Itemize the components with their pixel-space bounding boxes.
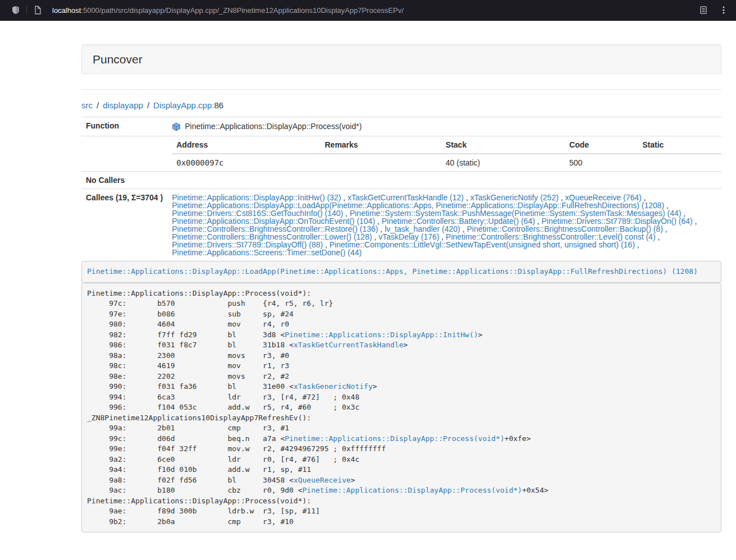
callees-list: Pinetime::Applications::DisplayApp::Init… (167, 189, 721, 261)
reader-glyph (699, 6, 708, 15)
more-options-icon[interactable] (716, 2, 732, 18)
disassembly-code: Pinetime::Applications::DisplayApp::Proc… (81, 283, 721, 533)
asm-symbol-link[interactable]: xTaskGetCurrentTaskHandle (294, 341, 404, 349)
address-value: 0x0000097c (172, 154, 320, 171)
col-header-remarks: Remarks (320, 136, 441, 154)
function-row-label: Function (81, 117, 167, 136)
col-header-code: Code (565, 136, 638, 154)
breadcrumb: src/displayapp/DisplayApp.cpp:86 (81, 100, 721, 111)
no-callers-label: No Callers (81, 172, 167, 189)
callee-link[interactable]: Pinetime::Applications::Screens::Timer::… (172, 248, 362, 257)
breadcrumb-separator: / (97, 100, 99, 110)
callee-link[interactable]: Pinetime::Components::LittleVgl::SetNewT… (330, 240, 635, 249)
no-callers-row: No Callers (81, 172, 721, 189)
callees-row: Callees (19, Σ=3704 ) Pinetime::Applicat… (81, 189, 721, 261)
highlighted-symbol-link[interactable]: Pinetime::Applications::DisplayApp::Load… (87, 267, 698, 276)
vertical-dots-glyph (719, 6, 728, 15)
asm-symbol-link[interactable]: xQueueReceive (294, 476, 351, 484)
app-header-panel: Puncover (81, 44, 721, 74)
breadcrumb-link[interactable]: displayapp (103, 100, 143, 110)
asm-symbol-link[interactable]: Pinetime::Applications::DisplayApp::Proc… (303, 486, 522, 494)
page-container: Puncover src/displayapp/DisplayApp.cpp:8… (81, 44, 721, 533)
breadcrumb-link[interactable]: src (81, 100, 93, 110)
callees-label: Callees (19, Σ=3704 ) (81, 189, 167, 261)
address-table-value-row: 0x0000097c 40 (static) 500 (172, 154, 721, 171)
toolbar-separator (26, 6, 27, 15)
address-table-cell: Address Remarks Stack Code Static 0x0000… (167, 136, 721, 172)
divider (81, 89, 721, 90)
breadcrumb-line-number: 86 (214, 100, 223, 110)
breadcrumb-separator: / (147, 100, 149, 110)
method-cube-icon (172, 122, 181, 131)
remarks-value (320, 154, 441, 171)
url-bar[interactable]: localhost:5000/path/src/displayapp/Displ… (52, 6, 696, 15)
page-glyph (33, 6, 42, 15)
stack-value: 40 (static) (441, 154, 565, 171)
asm-symbol-link[interactable]: xTaskGenericNotify (294, 382, 373, 391)
no-callers-empty-cell (167, 172, 721, 189)
app-title: Puncover (93, 52, 710, 66)
breadcrumb-link[interactable]: DisplayApp.cpp: (153, 100, 214, 110)
function-name: Pinetime::Applications::DisplayApp::Proc… (185, 122, 362, 131)
asm-symbol-link[interactable]: Pinetime::Applications::DisplayApp::Init… (285, 331, 478, 339)
col-header-stack: Stack (441, 136, 565, 154)
col-header-static: Static (638, 136, 721, 154)
address-table: Address Remarks Stack Code Static 0x0000… (172, 136, 721, 171)
url-host: localhost (52, 6, 81, 15)
function-table: Function Pinetime::Applications::Display… (81, 117, 721, 261)
static-value (638, 154, 721, 171)
address-table-row: Address Remarks Stack Code Static 0x0000… (81, 136, 721, 172)
function-name-cell: Pinetime::Applications::DisplayApp::Proc… (167, 117, 721, 136)
function-row: Function Pinetime::Applications::Display… (81, 117, 721, 136)
reader-view-icon[interactable] (696, 2, 711, 18)
page-info-icon[interactable] (30, 2, 45, 18)
highlighted-symbol-panel: Pinetime::Applications::DisplayApp::Load… (81, 261, 721, 283)
col-header-address: Address (172, 136, 320, 154)
shield-glyph (11, 6, 20, 15)
code-size-value: 500 (565, 154, 638, 171)
tracking-protection-shield-icon[interactable] (8, 2, 24, 18)
asm-symbol-link[interactable]: Pinetime::Applications::DisplayApp::Proc… (285, 434, 504, 443)
empty-label-cell (81, 136, 167, 172)
browser-toolbar: localhost:5000/path/src/displayapp/Displ… (0, 0, 736, 21)
url-path: :5000/path/src/displayapp/DisplayApp.cpp… (81, 6, 404, 15)
address-table-header-row: Address Remarks Stack Code Static (172, 136, 721, 154)
